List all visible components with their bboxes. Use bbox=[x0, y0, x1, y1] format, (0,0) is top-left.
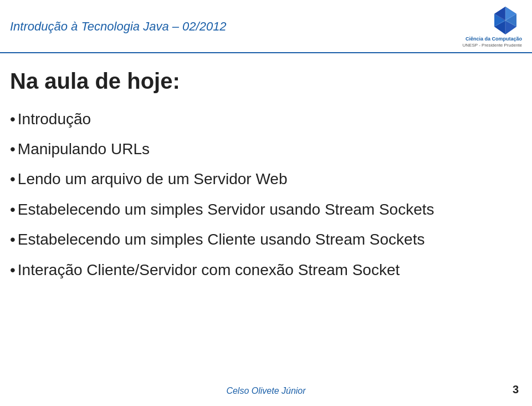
list-item: • Introdução bbox=[10, 109, 515, 129]
page-title: Na aula de hoje: bbox=[10, 69, 515, 94]
list-item: • Manipulando URLs bbox=[10, 139, 515, 159]
bullet-icon: • bbox=[10, 139, 16, 159]
header-title: Introdução à Tecnologia Java – 02/2012 bbox=[10, 19, 227, 34]
logo-text: Ciência da Computação UNESP - Presidente… bbox=[463, 36, 522, 48]
logo-icon bbox=[489, 6, 522, 36]
page-number: 3 bbox=[513, 383, 519, 396]
bullet-list: • Introdução • Manipulando URLs • Lendo … bbox=[10, 109, 515, 280]
header: Introdução à Tecnologia Java – 02/2012 C… bbox=[0, 0, 532, 53]
footer: Celso Olivete Júnior bbox=[0, 386, 532, 396]
list-item: • Interação Cliente/Servidor com conexão… bbox=[10, 260, 515, 280]
list-item-text: Estabelecendo um simples Servidor usando… bbox=[18, 200, 515, 220]
list-item-text: Introdução bbox=[18, 109, 515, 129]
list-item: • Estabelecendo um simples Cliente usand… bbox=[10, 230, 515, 250]
bullet-icon: • bbox=[10, 260, 16, 280]
list-item-text: Estabelecendo um simples Cliente usando … bbox=[18, 230, 515, 250]
footer-author: Celso Olivete Júnior bbox=[226, 386, 305, 396]
list-item-text: Interação Cliente/Servidor com conexão S… bbox=[18, 260, 515, 280]
list-item: • Estabelecendo um simples Servidor usan… bbox=[10, 200, 515, 220]
list-item: • Lendo um arquivo de um Servidor Web bbox=[10, 169, 515, 189]
list-item-text: Lendo um arquivo de um Servidor Web bbox=[18, 169, 515, 189]
bullet-icon: • bbox=[10, 230, 16, 250]
bullet-icon: • bbox=[10, 200, 16, 220]
list-item-text: Manipulando URLs bbox=[18, 139, 515, 159]
logo-area: Ciência da Computação UNESP - Presidente… bbox=[463, 6, 522, 48]
bullet-icon: • bbox=[10, 109, 16, 129]
main-content: Na aula de hoje: • Introdução • Manipula… bbox=[0, 53, 532, 301]
bullet-icon: • bbox=[10, 169, 16, 189]
